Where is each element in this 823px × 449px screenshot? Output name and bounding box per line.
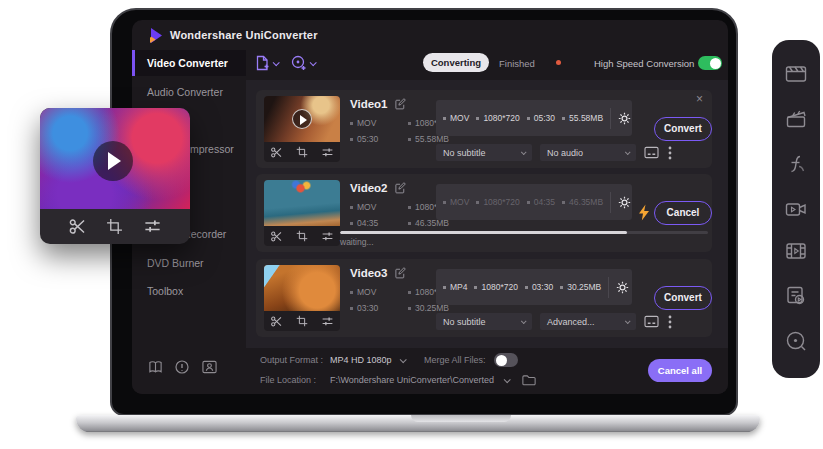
footer-bar: Output Format : MP4 HD 1080p Merge All F… [132, 348, 728, 394]
src-duration: 05:30 [350, 134, 378, 144]
media-document-icon[interactable] [785, 285, 807, 307]
target-size: 55.58MB [562, 113, 603, 123]
video-row-1: Video1 MOV 1080*720 05:30 55.58MB MOV 10… [256, 90, 712, 168]
play-icon[interactable] [292, 109, 312, 129]
trim-scissors-icon[interactable] [68, 217, 87, 236]
merge-all-files-toggle[interactable] [494, 353, 518, 367]
target-size: 30.25MB [560, 282, 601, 292]
adjust-sliders-icon[interactable] [321, 230, 334, 243]
finished-badge-dot [556, 60, 561, 65]
toggle-knob [710, 58, 721, 69]
output-format-value[interactable]: MP4 HD 1080p [330, 355, 392, 365]
adjust-sliders-icon[interactable] [321, 146, 334, 159]
laptop-screen: Wondershare UniConverter Video Converter… [110, 8, 738, 416]
filmstrip-play-icon[interactable] [785, 240, 807, 262]
thumbnail-toolbar [264, 226, 340, 246]
chevron-down-icon [273, 59, 280, 66]
add-device-icon [291, 55, 307, 71]
high-speed-conversion-toggle[interactable] [698, 56, 722, 70]
settings-gear-button[interactable] [610, 108, 633, 129]
trim-scissors-icon[interactable] [270, 146, 283, 159]
edit-icon[interactable] [394, 182, 406, 194]
target-resolution: 1080*720 [476, 197, 519, 207]
status-text: waiting... [340, 237, 374, 247]
add-file-button[interactable] [255, 52, 289, 74]
convert-button[interactable]: Convert [654, 286, 712, 310]
cancel-button[interactable]: Cancel [654, 201, 712, 225]
file-location-value[interactable]: F:\Wondershare UniConverter\Converted [330, 375, 494, 385]
laptop-base-notch [411, 415, 511, 422]
target-duration: 05:30 [527, 113, 555, 123]
edit-icon[interactable] [394, 98, 406, 110]
chevron-down-icon[interactable] [504, 376, 511, 383]
close-row-icon[interactable]: × [696, 92, 703, 106]
subtitle-cc-icon[interactable] [644, 315, 659, 328]
subtitle-dropdown[interactable]: No subtitle [436, 313, 532, 330]
progress-bar [340, 231, 708, 234]
library-book-icon[interactable] [148, 360, 163, 374]
tab-converting[interactable]: Converting [423, 53, 489, 72]
tab-finished[interactable]: Finished [499, 58, 535, 69]
adjust-sliders-icon[interactable] [321, 315, 334, 328]
video-camera-icon[interactable] [785, 198, 807, 220]
video3-preview-image [264, 265, 340, 311]
target-format: MP4 [443, 282, 467, 292]
effects-fx-icon[interactable] [785, 153, 807, 175]
progress-fill [340, 231, 627, 234]
user-account-icon[interactable] [202, 360, 217, 374]
preview-image [40, 108, 190, 209]
crop-icon[interactable] [296, 315, 308, 327]
settings-gear-button[interactable] [608, 277, 631, 298]
high-speed-lightning-icon [638, 204, 650, 221]
chevron-down-icon [521, 149, 527, 155]
add-file-icon [255, 55, 270, 71]
play-button[interactable] [93, 141, 133, 181]
thumbnail-toolbar [264, 311, 340, 331]
video1-thumbnail[interactable] [264, 96, 340, 162]
add-device-button[interactable] [291, 52, 325, 74]
sidebar-item-toolbox[interactable]: Toolbox [132, 278, 246, 304]
chevron-down-icon [310, 59, 317, 66]
folder-icon[interactable] [522, 374, 536, 386]
chevron-down-icon [625, 149, 631, 155]
audio-dropdown[interactable]: No audio [540, 144, 636, 161]
more-options-icon[interactable] [668, 146, 672, 160]
app-window: Wondershare UniConverter Video Converter… [132, 20, 728, 394]
gear-icon [616, 281, 629, 294]
gear-icon [618, 196, 631, 209]
disc-search-icon[interactable] [785, 330, 807, 352]
sidebar-item-audio-converter[interactable]: Audio Converter [132, 79, 246, 105]
adjust-sliders-icon[interactable] [143, 217, 162, 236]
sidebar-item-dvd-burner[interactable]: DVD Burner [132, 250, 246, 276]
target-format: MOV [443, 197, 469, 207]
subtitle-cc-icon[interactable] [644, 146, 659, 159]
chevron-down-icon [625, 318, 631, 324]
crop-icon[interactable] [296, 146, 308, 158]
cancel-all-button[interactable]: Cancel all [648, 359, 712, 382]
info-icon[interactable] [175, 360, 189, 374]
audio-dropdown[interactable]: Advanced... [540, 313, 636, 330]
target-duration: 04:35 [527, 197, 555, 207]
chevron-down-icon[interactable] [400, 356, 407, 363]
title-bar: Wondershare UniConverter [132, 20, 728, 50]
trim-scissors-icon[interactable] [270, 315, 283, 328]
subtitle-dropdown[interactable]: No subtitle [436, 144, 532, 161]
src-duration: 03:30 [350, 303, 378, 313]
convert-button[interactable]: Convert [654, 117, 712, 141]
thumbnail-toolbar [264, 142, 340, 162]
clapperboard-icon[interactable] [785, 108, 807, 130]
edit-icon[interactable] [394, 267, 406, 279]
video1-preview-image [264, 96, 340, 142]
video2-thumbnail[interactable] [264, 180, 340, 246]
settings-gear-button[interactable] [610, 192, 633, 213]
video3-thumbnail[interactable] [264, 265, 340, 331]
floating-preview-card [40, 108, 190, 244]
video-row-2: Video2 MOV 1080*720 04:35 46.35MB MOV 10… [256, 174, 712, 252]
trim-scissors-icon[interactable] [270, 230, 283, 243]
movie-frame-icon[interactable] [785, 63, 807, 85]
crop-icon[interactable] [296, 230, 308, 242]
crop-icon[interactable] [106, 218, 123, 235]
sidebar-item-video-converter[interactable]: Video Converter [132, 50, 246, 76]
more-options-icon[interactable] [668, 315, 672, 329]
audio-value: No audio [547, 148, 583, 158]
